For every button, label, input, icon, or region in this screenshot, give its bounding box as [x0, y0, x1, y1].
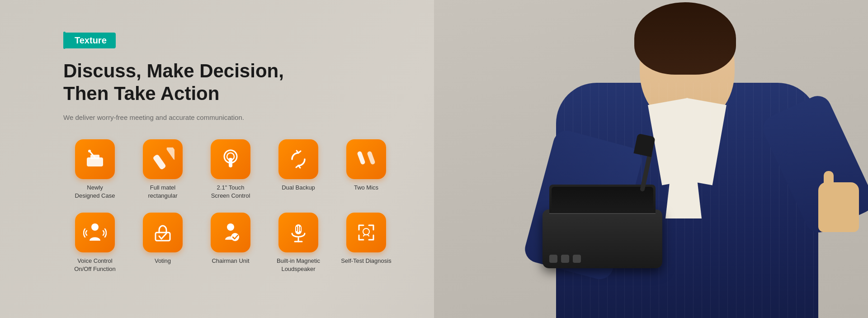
main-title: Discuss, Make Decision, Then Take Action	[63, 60, 407, 105]
selftest-icon	[354, 221, 378, 244]
feature-label-matel: Full matelrectangular	[148, 184, 177, 200]
svg-point-9	[228, 158, 233, 161]
texture-label: Texture	[66, 33, 116, 48]
features-grid: NewlyDesigned Case Full matelrectangular	[63, 139, 407, 274]
matel-icon	[151, 147, 175, 171]
svg-point-3	[88, 150, 91, 152]
feature-label-touch: 2.1" TouchScreen Control	[211, 184, 250, 200]
svg-rect-4	[152, 154, 166, 170]
feature-icon-box-matel	[143, 139, 183, 179]
feature-label-voting: Voting	[155, 257, 171, 265]
svg-point-14	[227, 223, 234, 231]
voice-icon	[83, 221, 107, 244]
feature-icon-box-speaker	[278, 213, 318, 252]
feature-item-speaker: Built-in MagneticLoudspeaker	[267, 213, 330, 273]
feature-label-chairman: Chairman Unit	[212, 257, 249, 265]
feature-icon-box-selftest	[346, 213, 386, 252]
feature-item-two-mics: Two Mics	[335, 139, 398, 200]
feature-icon-box-backup	[278, 139, 318, 179]
thumb	[824, 171, 834, 189]
backup-icon	[287, 147, 310, 171]
voting-icon	[151, 221, 175, 244]
mics-icon	[354, 147, 378, 171]
feature-icon-box-case	[75, 139, 115, 179]
feature-label-backup: Dual Backup	[282, 184, 315, 192]
page-wrapper: Texture Discuss, Make Decision, Then Tak…	[0, 0, 868, 318]
feature-item-dual-backup: Dual Backup	[267, 139, 330, 200]
title-line2: Then Take Action	[63, 82, 407, 105]
feature-icon-box-voting	[143, 213, 183, 252]
svg-point-12	[91, 223, 99, 231]
conference-device	[542, 209, 669, 286]
feature-label-mics: Two Mics	[354, 184, 378, 192]
feature-icon-box-touch	[211, 139, 250, 179]
title-line1: Discuss, Make Decision,	[63, 60, 407, 82]
feature-item-newly-designed-case: NewlyDesigned Case	[63, 139, 127, 200]
touch-icon	[219, 147, 242, 171]
feature-icon-box-voice	[75, 213, 115, 252]
svg-point-19	[363, 228, 369, 235]
feature-label-voice: Voice ControlOn/Off Function	[74, 257, 116, 273]
feature-icon-box-mics	[346, 139, 386, 179]
feature-icon-box-chairman	[211, 213, 250, 252]
svg-rect-5	[166, 147, 175, 161]
feature-item-chairman-unit: Chairman Unit	[199, 213, 262, 273]
feature-item-voice-control: Voice ControlOn/Off Function	[63, 213, 127, 273]
svg-point-15	[231, 233, 239, 241]
feature-label-case: NewlyDesigned Case	[75, 184, 115, 200]
feature-item-voting: Voting	[131, 213, 194, 273]
subtitle: We deliver worry-free meeting and accura…	[63, 114, 407, 121]
hero-image-area	[434, 0, 868, 318]
svg-rect-11	[367, 151, 376, 165]
feature-item-selftest: Self-Test Diagnosis	[335, 213, 398, 273]
hand-right	[818, 182, 859, 232]
feature-label-selftest: Self-Test Diagnosis	[341, 257, 391, 265]
chairman-icon	[219, 221, 242, 244]
feature-label-speaker: Built-in MagneticLoudspeaker	[277, 257, 320, 273]
hair	[634, 2, 736, 75]
feature-item-touch-screen: 2.1" TouchScreen Control	[199, 139, 262, 200]
person-figure	[529, 0, 845, 318]
content-area: Texture Discuss, Make Decision, Then Tak…	[0, 0, 434, 318]
texture-badge: Texture	[63, 32, 407, 49]
svg-rect-10	[357, 151, 366, 165]
speaker-icon	[287, 221, 310, 244]
case-icon	[83, 147, 107, 171]
feature-item-full-matel: Full matelrectangular	[131, 139, 194, 200]
